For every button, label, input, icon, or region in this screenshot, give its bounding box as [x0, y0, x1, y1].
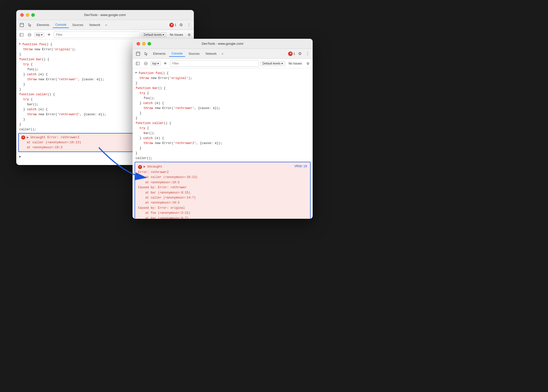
clear-console-2[interactable] [143, 60, 149, 67]
chevron-icon-levels-1: ▾ [163, 33, 164, 36]
eye-icon-2[interactable]: 👁 [162, 60, 169, 67]
default-levels-1[interactable]: Default levels ▾ [142, 32, 166, 37]
code-line-2-17: } [133, 151, 313, 156]
default-levels-2[interactable]: Default levels ▾ [260, 61, 285, 66]
error-count-2: ✕ 1 [288, 52, 295, 56]
tab-sources-1[interactable]: Sources [70, 22, 86, 28]
code-line-2-3: } [133, 81, 313, 86]
inspect-icon-2[interactable] [135, 50, 142, 57]
expand-arrow-1[interactable]: ▶ [19, 42, 21, 47]
tab-right-2: ✕ 1 ⚙ ⋮ [288, 50, 311, 57]
tab-console-2[interactable]: Console [169, 51, 185, 57]
code-line-2-4: function bar() { [133, 86, 313, 91]
error-num-2: 1 [293, 52, 295, 56]
code-line-2-14: } catch (e) { [133, 136, 313, 141]
error-box-2-header: ✕ ▶ Uncaught VM30:16 [138, 164, 307, 169]
gear-icon-2[interactable]: ⚙ [297, 50, 303, 57]
context-label-2: top [152, 62, 157, 65]
gear-icon-1[interactable]: ⚙ [178, 22, 184, 28]
dots-icon-2[interactable]: ⋮ [305, 50, 311, 57]
code-line-2-13: bar(); [133, 131, 313, 136]
tab-network-2[interactable]: Network [203, 51, 219, 56]
svg-rect-8 [136, 62, 140, 65]
maximize-button-1[interactable] [31, 13, 35, 17]
prompt-1: ▶ [19, 154, 21, 159]
tab-more-2[interactable]: » [220, 51, 225, 56]
default-levels-label-1: Default levels [144, 33, 162, 36]
code-line-2-15: throw new Error('rethrower2', {cause: e}… [133, 141, 313, 146]
error-badge-1: ✕ [169, 23, 174, 27]
no-issues-2: No Issues [287, 61, 304, 66]
code-line-2-5: try { [133, 91, 313, 96]
chevron-down-icon-1: ▾ [41, 33, 43, 36]
vm-link[interactable]: VM30:16 [295, 164, 307, 169]
error-box-2: ✕ ▶ Uncaught VM30:16 Error: rethrower2 a… [135, 162, 311, 219]
error-count-1: ✕ 1 [169, 23, 176, 27]
settings-icon-2[interactable]: ⚙ [305, 60, 311, 66]
traffic-lights-2 [137, 42, 151, 46]
cursor-icon-2[interactable] [143, 50, 150, 57]
filter-bar-1: top ▾ 👁 Default levels ▾ No Issues ⚙ [16, 30, 194, 40]
code-line-2-12: try { [133, 126, 313, 131]
minimize-button-2[interactable] [142, 42, 146, 46]
code-line-2-11: function caller() { [133, 121, 313, 126]
tab-elements-2[interactable]: Elements [151, 51, 168, 56]
filter-input-1[interactable] [54, 32, 140, 38]
eye-icon-1[interactable]: 👁 [46, 32, 52, 38]
traffic-lights-1 [20, 13, 35, 17]
context-dropdown-1[interactable]: top ▾ [34, 32, 44, 37]
code-line-2-1: ▶ function foo() { [133, 71, 313, 76]
code-line-2-9: } [133, 111, 313, 116]
error-icon-1: ✕ [21, 136, 25, 140]
clear-console-1[interactable] [26, 32, 33, 38]
cursor-icon-1[interactable] [26, 22, 33, 28]
code-line-2-6: foo(); [133, 96, 313, 101]
tab-sources-2[interactable]: Sources [186, 51, 202, 56]
inspect-icon-1[interactable] [18, 22, 25, 28]
code-line-2-16: } [133, 146, 313, 151]
default-levels-label-2: Default levels [263, 62, 281, 65]
tabs-bar-1: Elements Console Sources Network » ✕ 1 ⚙… [16, 20, 194, 30]
tab-network-1[interactable]: Network [87, 22, 103, 28]
filter-bar-2: top ▾ 👁 Default levels ▾ No Issues ⚙ [133, 59, 313, 68]
svg-rect-6 [136, 52, 140, 56]
error-num-1: 1 [175, 23, 176, 27]
code-line-2-2: throw new Error('original'); [133, 76, 313, 81]
sidebar-toggle-1[interactable] [18, 32, 25, 38]
window-title-1: DevTools - www.google.com/ [84, 13, 126, 17]
chevron-down-icon-2: ▾ [157, 62, 159, 65]
tab-elements-1[interactable]: Elements [34, 22, 52, 28]
minimize-button-1[interactable] [26, 13, 29, 17]
dots-icon-1[interactable]: ⋮ [186, 22, 192, 28]
svg-rect-0 [20, 23, 24, 27]
code-area-2: ▶ function foo() { throw new Error('orig… [133, 68, 313, 219]
window-title-2: DevTools - www.google.com/ [202, 42, 244, 46]
error-header-left: ✕ ▶ Uncaught [138, 164, 162, 169]
close-button-1[interactable] [20, 13, 24, 17]
title-bar-1: DevTools - www.google.com/ [16, 10, 194, 20]
filter-input-2[interactable] [170, 60, 259, 67]
settings-icon-1[interactable]: ⚙ [187, 32, 192, 38]
error-detail-text: Error: rethrower2 at caller (<anonymous>… [138, 170, 307, 219]
code-line-2-18: caller(); [133, 156, 313, 161]
title-bar-2: DevTools - www.google.com/ [133, 39, 313, 49]
error-icon-2: ✕ [138, 165, 142, 169]
tab-console-1[interactable]: Console [53, 22, 69, 28]
devtools-window-2: DevTools - www.google.com/ Elements Cons… [133, 39, 313, 219]
error-badge-2: ✕ [288, 52, 293, 56]
expand-arrow-2[interactable]: ▶ [136, 71, 137, 76]
context-label-1: top [36, 33, 40, 36]
context-dropdown-2[interactable]: top ▾ [151, 61, 161, 66]
maximize-button-2[interactable] [148, 42, 151, 46]
tab-more-1[interactable]: » [104, 22, 109, 28]
tabs-bar-2: Elements Console Sources Network » ✕ 1 ⚙… [133, 49, 313, 59]
no-issues-1: No Issues [168, 32, 185, 37]
close-button-2[interactable] [137, 42, 140, 46]
tab-right-1: ✕ 1 ⚙ ⋮ [169, 22, 192, 28]
chevron-icon-levels-2: ▾ [281, 62, 283, 65]
sidebar-toggle-2[interactable] [135, 60, 141, 67]
code-line-2-10: } [133, 116, 313, 121]
code-line-2-8: throw new Error('rethrower', {cause: e})… [133, 106, 313, 111]
code-line-2-7: } catch (e) { [133, 101, 313, 106]
uncaught-label[interactable]: ▶ Uncaught [144, 164, 162, 169]
